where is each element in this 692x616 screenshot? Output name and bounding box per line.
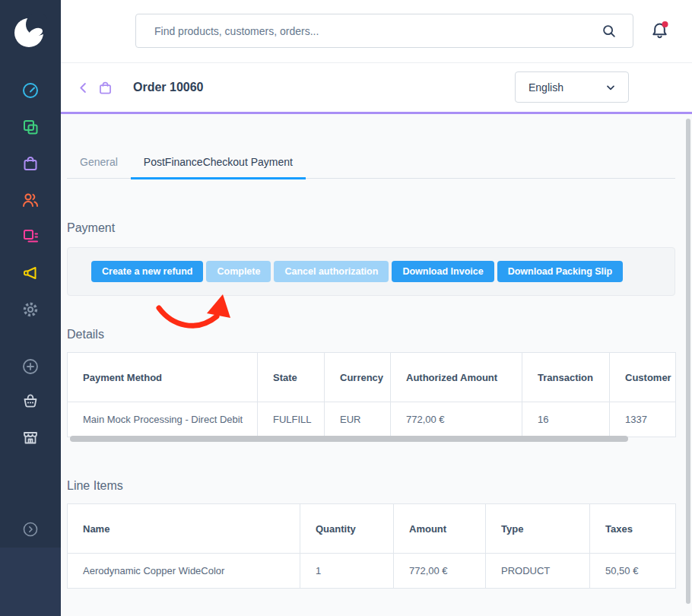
vertical-scrollbar-thumb[interactable] (686, 119, 690, 604)
line-items-header-row: Name Quantity Amount Type Taxes (68, 504, 676, 554)
tab-bar: General PostFinanceCheckout Payment (67, 146, 675, 179)
create-refund-button[interactable]: Create a new refund (91, 261, 203, 282)
table-cell: 772,00 € (394, 554, 486, 589)
complete-button[interactable]: Complete (206, 261, 271, 282)
table-cell: Aerodynamic Copper WideColor (68, 554, 300, 589)
table-cell: 1337 (610, 402, 676, 437)
sidebar-item-settings[interactable] (21, 300, 40, 319)
sidebar-item-shop[interactable] (21, 428, 40, 446)
table-cell: Main Mock Processing - Direct Debit (68, 402, 258, 437)
table-cell: 1 (300, 554, 394, 589)
column-header: Customer (610, 353, 676, 402)
column-header: Taxes (590, 504, 676, 554)
chevron-down-icon (605, 81, 617, 94)
column-header: Name (68, 504, 300, 554)
notification-dot (662, 21, 668, 27)
column-header: Type (486, 504, 590, 554)
plus-circle-icon (21, 357, 40, 376)
details-section-heading: Details (67, 328, 104, 341)
smartbar: Order 10060 English (61, 64, 692, 114)
column-header: Payment Method (68, 353, 258, 402)
global-search (135, 14, 633, 48)
payment-actions-row: Create a new refund Complete Cancel auth… (91, 261, 675, 282)
horizontal-scrollbar-thumb[interactable] (70, 436, 628, 442)
column-header: Transaction (522, 353, 610, 402)
details-row: Main Mock Processing - Direct Debit FULF… (68, 402, 676, 437)
gear-icon (21, 300, 40, 319)
notification-bell-icon[interactable] (649, 20, 671, 43)
search-icon[interactable] (601, 23, 617, 40)
sidebar-item-content[interactable] (21, 227, 40, 246)
column-header: State (258, 353, 325, 402)
column-header: Amount (394, 504, 486, 554)
table-cell: 50,50 € (590, 554, 676, 589)
document-lines-icon (21, 227, 40, 246)
column-header: Quantity (300, 504, 394, 554)
sidebar: A (0, 0, 61, 616)
red-arrow-annotation (152, 292, 236, 336)
line-items-table: Name Quantity Amount Type Taxes Aerodyna… (67, 503, 676, 589)
page-title: Order 10060 (133, 81, 204, 94)
tab-general[interactable]: General (67, 146, 131, 178)
line-items-section-heading: Line Items (67, 479, 123, 493)
sidebar-item-dashboard[interactable] (21, 81, 40, 100)
tab-postfinancecheckout-payment[interactable]: PostFinanceCheckout Payment (131, 146, 306, 178)
overlapping-squares-icon (21, 118, 40, 136)
sidebar-item-catalogues[interactable] (21, 118, 40, 136)
column-header: Authorized Amount (391, 353, 522, 402)
shopping-bag-icon (21, 154, 40, 173)
sidebar-item-customers[interactable] (21, 191, 40, 209)
sidebar-user-area: A (0, 548, 61, 616)
shopware-logo-icon (14, 14, 47, 48)
table-cell: EUR (325, 402, 391, 437)
table-cell: FULFILL (258, 402, 325, 437)
download-invoice-button[interactable]: Download Invoice (392, 261, 494, 282)
topbar (61, 0, 692, 63)
details-header-row: Payment Method State Currency Authorized… (68, 353, 676, 402)
back-chevron-icon[interactable] (76, 81, 90, 95)
chevron-right-circle-icon (21, 520, 40, 538)
sidebar-item-marketing[interactable] (21, 264, 40, 282)
table-cell: 772,00 € (391, 402, 522, 437)
cancel-authorization-button[interactable]: Cancel authorization (274, 261, 389, 282)
storefront-icon (21, 428, 40, 446)
details-table: Payment Method State Currency Authorized… (67, 352, 676, 437)
sidebar-item-orders[interactable] (21, 154, 40, 173)
content-area: General PostFinanceCheckout Payment Paym… (61, 114, 692, 616)
sidebar-item-add-extension[interactable] (21, 357, 40, 376)
line-item-row: Aerodynamic Copper WideColor 1 772,00 € … (68, 554, 676, 589)
table-cell: 16 (522, 402, 610, 437)
language-selector[interactable]: English (515, 71, 629, 103)
megaphone-icon (21, 264, 40, 282)
basket-icon (21, 392, 40, 410)
sidebar-item-my-extensions[interactable] (21, 392, 40, 410)
sidebar-item-expand-menu[interactable] (21, 520, 40, 538)
users-icon (21, 191, 40, 209)
payment-actions-card: Create a new refund Complete Cancel auth… (67, 247, 675, 296)
download-packing-slip-button[interactable]: Download Packing Slip (497, 261, 624, 282)
speedometer-icon (21, 81, 40, 100)
column-header: Currency (325, 353, 391, 402)
order-bag-icon (97, 80, 113, 96)
table-cell: PRODUCT (486, 554, 590, 589)
shopware-admin-order-page: A Order 10060 English (0, 0, 692, 616)
language-selector-value: English (529, 81, 563, 94)
payment-section-heading: Payment (67, 221, 115, 235)
search-input[interactable] (136, 14, 601, 47)
